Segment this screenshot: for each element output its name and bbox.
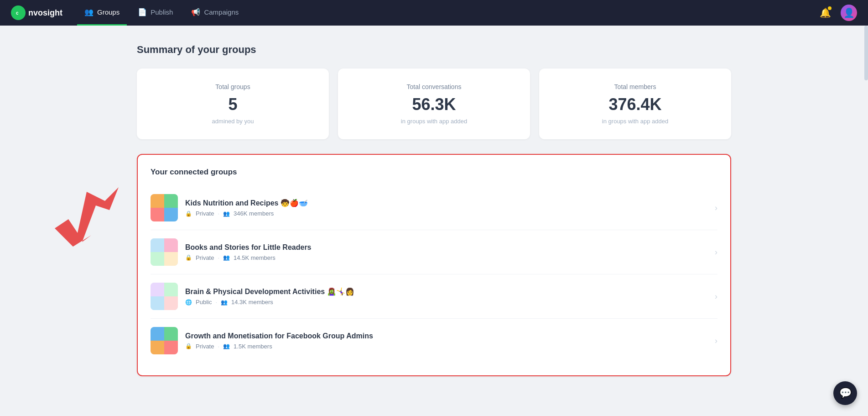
stat-label-groups: Total groups bbox=[148, 83, 318, 90]
connected-groups-title: Your connected groups bbox=[151, 168, 717, 177]
stat-label-members: Total members bbox=[550, 83, 720, 90]
members-count: 1.5K members bbox=[234, 343, 272, 350]
logo-icon: c bbox=[11, 5, 26, 20]
stat-card-groups: Total groups 5 admined by you bbox=[137, 68, 329, 139]
group-thumb bbox=[151, 283, 178, 310]
group-item[interactable]: Books and Stories for Little Readers 🔒 P… bbox=[151, 230, 717, 274]
members-count: 14.3K members bbox=[231, 299, 273, 305]
connected-groups-box: Your connected groups Kids Nutrition and… bbox=[137, 154, 731, 376]
group-item[interactable]: Growth and Monetisation for Facebook Gro… bbox=[151, 319, 717, 363]
groups-list: Kids Nutrition and Recipes 🧒🍎🥣 🔒 Private… bbox=[151, 186, 717, 363]
group-name: Books and Stories for Little Readers bbox=[185, 243, 707, 252]
privacy-icon: 🔒 bbox=[185, 211, 192, 217]
stat-sub-conversations: in groups with app added bbox=[349, 118, 519, 125]
notification-button[interactable]: 🔔 bbox=[817, 5, 833, 21]
members-icon: 👥 bbox=[223, 254, 230, 261]
group-meta: 🔒 Private · 👥 14.5K members bbox=[185, 254, 707, 261]
nav-right: 🔔 👤 bbox=[817, 5, 857, 21]
group-info: Brain & Physical Development Activities … bbox=[185, 287, 707, 305]
privacy-label: Public bbox=[196, 299, 212, 305]
group-name: Growth and Monetisation for Facebook Gro… bbox=[185, 332, 707, 340]
stat-value-groups: 5 bbox=[148, 95, 318, 114]
members-count: 346K members bbox=[234, 210, 274, 217]
stat-value-members: 376.4K bbox=[550, 95, 720, 114]
group-thumb bbox=[151, 327, 178, 354]
group-thumb bbox=[151, 238, 178, 266]
separator: · bbox=[218, 343, 219, 350]
group-name: Kids Nutrition and Recipes 🧒🍎🥣 bbox=[185, 199, 707, 207]
navbar: c nvosight 👥 Groups 📄 Publish 📢 Campaign… bbox=[0, 0, 868, 26]
group-meta: 🔒 Private · 👥 1.5K members bbox=[185, 343, 707, 350]
privacy-label: Private bbox=[196, 210, 214, 217]
chat-bubble-button[interactable]: 💬 bbox=[833, 381, 857, 405]
chat-icon: 💬 bbox=[839, 387, 852, 399]
main-content: Summary of your groups Total groups 5 ad… bbox=[0, 26, 868, 395]
members-icon: 👥 bbox=[221, 299, 228, 305]
group-info: Growth and Monetisation for Facebook Gro… bbox=[185, 332, 707, 350]
group-meta: 🔒 Private · 👥 346K members bbox=[185, 210, 707, 217]
members-count: 14.5K members bbox=[234, 254, 275, 261]
groups-icon: 👥 bbox=[84, 8, 94, 16]
group-item[interactable]: Brain & Physical Development Activities … bbox=[151, 274, 717, 319]
nav-item-groups[interactable]: 👥 Groups bbox=[77, 0, 127, 26]
stat-card-conversations: Total conversations 56.3K in groups with… bbox=[338, 68, 530, 139]
group-name: Brain & Physical Development Activities … bbox=[185, 287, 707, 296]
group-meta: 🌐 Public · 👥 14.3K members bbox=[185, 299, 707, 305]
stat-card-members: Total members 376.4K in groups with app … bbox=[539, 68, 731, 139]
stat-sub-members: in groups with app added bbox=[550, 118, 720, 125]
stat-label-conversations: Total conversations bbox=[349, 83, 519, 90]
group-item[interactable]: Kids Nutrition and Recipes 🧒🍎🥣 🔒 Private… bbox=[151, 186, 717, 230]
svg-text:c: c bbox=[16, 11, 19, 16]
avatar[interactable]: 👤 bbox=[841, 5, 857, 21]
nav-item-campaigns[interactable]: 📢 Campaigns bbox=[184, 0, 246, 26]
members-icon: 👥 bbox=[223, 343, 230, 349]
privacy-icon: 🔒 bbox=[185, 254, 192, 261]
logo-text: nvosight bbox=[28, 8, 62, 18]
group-info: Books and Stories for Little Readers 🔒 P… bbox=[185, 243, 707, 261]
privacy-label: Private bbox=[196, 343, 214, 350]
chevron-right-icon: › bbox=[715, 336, 717, 346]
separator: · bbox=[218, 210, 219, 217]
separator: · bbox=[218, 254, 219, 261]
chevron-right-icon: › bbox=[715, 247, 717, 257]
stats-row: Total groups 5 admined by you Total conv… bbox=[137, 68, 731, 139]
group-info: Kids Nutrition and Recipes 🧒🍎🥣 🔒 Private… bbox=[185, 199, 707, 217]
privacy-icon: 🌐 bbox=[185, 299, 192, 305]
chevron-right-icon: › bbox=[715, 203, 717, 213]
chevron-right-icon: › bbox=[715, 292, 717, 301]
publish-icon: 📄 bbox=[138, 8, 147, 16]
page-title: Summary of your groups bbox=[137, 44, 731, 56]
privacy-icon: 🔒 bbox=[185, 343, 192, 349]
campaigns-icon: 📢 bbox=[191, 8, 200, 16]
notification-dot bbox=[828, 6, 832, 10]
stat-sub-groups: admined by you bbox=[148, 118, 318, 125]
privacy-label: Private bbox=[196, 254, 214, 261]
separator: · bbox=[215, 299, 217, 305]
members-icon: 👥 bbox=[223, 211, 230, 217]
group-thumb bbox=[151, 194, 178, 221]
stat-value-conversations: 56.3K bbox=[349, 95, 519, 114]
nav-logo[interactable]: c nvosight bbox=[11, 5, 62, 20]
nav-item-publish[interactable]: 📄 Publish bbox=[130, 0, 180, 26]
scroll-indicator[interactable] bbox=[864, 26, 868, 80]
